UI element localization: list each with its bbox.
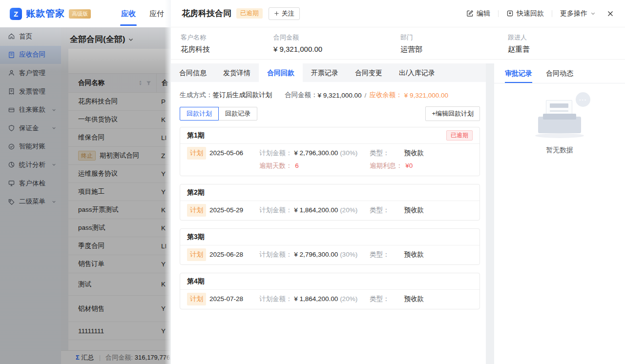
plan-percent: (30%)	[340, 149, 357, 157]
edit-label: 编辑	[477, 9, 490, 18]
payment-period-card: 第1期 已逾期 计划 2025-05-06 计划金额： ¥ 2,796,300.…	[180, 127, 480, 176]
app-logo[interactable]: Z 账款管家 高级版	[10, 7, 91, 20]
tab-inventory-records[interactable]: 出/入库记录	[391, 63, 443, 82]
edit-plan-button[interactable]: +编辑回款计划	[425, 106, 480, 121]
version-badge: 高级版	[69, 9, 91, 19]
period-title: 第2期	[187, 188, 205, 197]
generation-label: 生成方式：	[180, 91, 213, 100]
contract-summary-bar: 客户名称 花房科技 合同金额 ¥ 9,321,000.00 部门 运营部 跟进人…	[171, 27, 625, 60]
separator: /	[365, 92, 367, 99]
overdue-status-badge: 已逾期	[236, 8, 263, 19]
plan-type: 类型： 预收款	[370, 147, 473, 160]
toggle-payment-records[interactable]: 回款记录	[218, 107, 257, 121]
overdue-days-label: 逾期天数：	[259, 162, 292, 169]
chevron-down-icon	[590, 11, 596, 16]
follow-button[interactable]: 关注	[269, 7, 300, 20]
inbox-tray-icon	[538, 117, 581, 133]
plan-type: 类型： 预收款	[370, 204, 473, 217]
plan-date: 2025-07-28	[209, 293, 259, 305]
plus-icon	[274, 11, 279, 16]
type-label: 类型：	[370, 149, 390, 157]
empty-state-text: 暂无数据	[546, 146, 573, 155]
overdue-interest-value: ¥0	[405, 162, 413, 169]
tab-approval-records[interactable]: 审批记录	[505, 69, 532, 83]
payment-period-card: 第4期 计划 2025-07-28 计划金额： ¥ 1,864,200.00 (…	[180, 273, 480, 309]
type-label: 类型：	[370, 251, 390, 258]
summary-value: ¥ 9,321,000.00	[273, 45, 400, 53]
summary-customer: 客户名称 花房科技	[181, 33, 273, 54]
edit-icon	[466, 10, 474, 17]
contract-amount-label: 合同金额：	[285, 91, 318, 100]
tab-contract-changes[interactable]: 合同变更	[347, 63, 391, 82]
drawer-title: 花房科技合同	[182, 8, 231, 19]
plan-date: 2025-06-28	[209, 248, 259, 261]
close-icon[interactable]	[606, 10, 614, 18]
nav-receivable[interactable]: 应收	[114, 0, 143, 27]
detail-tabbar: 合同信息 发货详情 合同回款 开票记录 合同变更 出/入库记录	[171, 63, 486, 82]
type-value: 预收款	[404, 251, 424, 258]
receivable-balance-label: 应收余额：	[369, 91, 402, 100]
plan-amount-label: 计划金额：	[259, 149, 292, 157]
type-label: 类型：	[370, 206, 390, 214]
summary-follower: 跟进人 赵重普	[508, 33, 530, 54]
contract-amount-value: ¥ 9,321,000.00	[318, 92, 362, 99]
tab-invoice-records[interactable]: 开票记录	[303, 63, 347, 82]
plan-amount-value: ¥ 2,796,300.00	[294, 251, 338, 258]
plan-amount-value: ¥ 2,796,300.00	[294, 149, 338, 157]
message-bubble-icon: ···	[576, 92, 590, 107]
plan-date: 2025-05-06	[209, 147, 259, 160]
plan-tag: 计划	[187, 248, 206, 261]
type-value: 预收款	[404, 206, 424, 214]
period-body: 计划 2025-07-28 计划金额： ¥ 1,864,200.00 (20%)…	[180, 290, 479, 309]
summary-label: 部门	[400, 33, 508, 42]
tab-contract-activity[interactable]: 合同动态	[546, 69, 573, 83]
more-actions-button[interactable]: 更多操作	[560, 9, 596, 18]
payment-period-card: 第3期 计划 2025-06-28 计划金额： ¥ 2,796,300.00 (…	[180, 228, 480, 265]
period-title: 第3期	[187, 233, 205, 242]
period-body: 计划 2025-05-06 计划金额： ¥ 2,796,300.00 (30%)…	[180, 144, 479, 176]
plan-percent: (30%)	[340, 251, 357, 258]
period-body: 计划 2025-06-28 计划金额： ¥ 2,796,300.00 (30%)…	[180, 245, 479, 264]
plan-tag: 计划	[187, 293, 206, 305]
plan-tag: 计划	[187, 147, 206, 160]
plan-date: 2025-05-29	[209, 204, 259, 217]
plan-tag: 计划	[187, 204, 206, 217]
divider	[552, 10, 552, 17]
summary-department: 部门 运营部	[400, 33, 508, 54]
shadow	[535, 133, 584, 138]
generation-value: 签订后生成回款计划	[213, 91, 272, 100]
drawer-actions: 编辑 快速回款 更多操作	[466, 9, 614, 18]
toggle-payment-plan[interactable]: 回款计划	[180, 107, 219, 121]
period-overdue-badge: 已逾期	[446, 130, 473, 141]
tab-contract-info[interactable]: 合同信息	[171, 63, 215, 82]
plan-amount-label: 计划金额：	[259, 206, 292, 214]
approval-panel: 审批记录 合同动态 ··· 暂无数据	[494, 63, 625, 364]
period-header: 第2期	[180, 184, 479, 201]
payment-period-card: 第2期 计划 2025-05-29 计划金额： ¥ 1,864,200.00 (…	[180, 184, 480, 221]
plan-amount: 计划金额： ¥ 1,864,200.00 (20%)	[259, 204, 370, 217]
type-value: 预收款	[404, 149, 424, 157]
tab-contract-payment[interactable]: 合同回款	[259, 63, 303, 82]
plan-generation-line: 生成方式： 签订后生成回款计划 合同金额： ¥ 9,321,000.00 / 应…	[180, 91, 480, 100]
overdue-days-value: 6	[295, 162, 299, 169]
plan-percent: (20%)	[340, 206, 357, 214]
plan-percent: (20%)	[340, 295, 357, 303]
app-title: 账款管家	[26, 7, 65, 20]
logo-icon: Z	[10, 8, 22, 20]
drawer-header: 花房科技合同 已逾期 关注 编辑 快速回款 更多操作	[171, 0, 625, 27]
receivable-balance-value: ¥ 9,321,000.00	[404, 92, 448, 99]
plan-type: 类型： 预收款	[370, 293, 473, 305]
summary-amount: 合同金额 ¥ 9,321,000.00	[273, 33, 400, 53]
quick-payment-button[interactable]: 快速回款	[506, 9, 544, 18]
empty-state: ··· 暂无数据	[494, 96, 625, 155]
edit-button[interactable]: 编辑	[466, 9, 490, 18]
payment-tab-content: 生成方式： 签订后生成回款计划 合同金额： ¥ 9,321,000.00 / 应…	[171, 82, 486, 364]
plan-amount-label: 计划金额：	[259, 251, 292, 258]
plan-amount-value: ¥ 1,864,200.00	[294, 206, 338, 214]
plan-amount-label: 计划金额：	[259, 295, 292, 303]
plan-amount-value: ¥ 1,864,200.00	[294, 295, 338, 303]
type-label: 类型：	[370, 295, 390, 303]
page: Z 账款管家 高级版 应收 应付 核算 首页 应收合同 客户管理 发票管理	[0, 0, 625, 364]
plan-toolbar: 回款计划 回款记录 +编辑回款计划	[180, 106, 480, 121]
tab-shipping-detail[interactable]: 发货详情	[215, 63, 259, 82]
